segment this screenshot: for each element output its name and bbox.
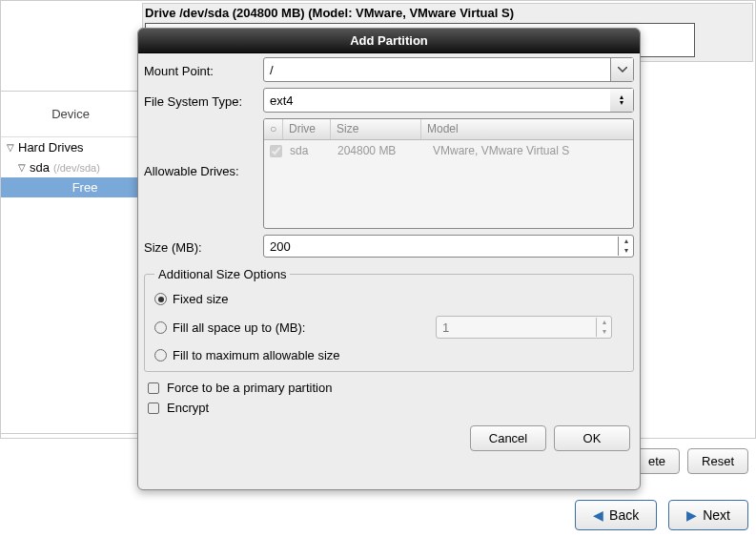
tree-row-sda[interactable]: ▽sda (/dev/sda) bbox=[1, 157, 140, 177]
radio-fillmax[interactable]: Fill to maximum allowable size bbox=[154, 343, 623, 367]
updown-icon: ▴▾ bbox=[610, 89, 633, 112]
dialog-title: Add Partition bbox=[138, 29, 640, 53]
size-value: 200 bbox=[270, 239, 291, 254]
row-fstype: File System Type: ext4 ▴▾ bbox=[144, 88, 634, 113]
expand-icon: ▽ bbox=[7, 142, 14, 153]
chevron-down-icon bbox=[610, 58, 633, 81]
check-label: Force to be a primary partition bbox=[167, 381, 332, 395]
tree-row-free[interactable]: Free bbox=[1, 177, 140, 197]
col-check[interactable]: ○ bbox=[264, 119, 283, 139]
col-model[interactable]: Model bbox=[421, 119, 633, 139]
tree-label: sda bbox=[30, 160, 50, 175]
tree-row-hard-drives[interactable]: ▽Hard Drives bbox=[1, 137, 140, 157]
drives-head: ○ Drive Size Model bbox=[264, 119, 633, 140]
cell-size: 204800 MB bbox=[337, 144, 433, 157]
row-drives: Allowable Drives: ○ Drive Size Model sda… bbox=[144, 118, 634, 229]
label-size: Size (MB): bbox=[144, 238, 263, 255]
checkbox-icon bbox=[148, 403, 159, 414]
dialog-buttons: Cancel OK bbox=[138, 418, 640, 459]
spinner-icon: ▴▾ bbox=[596, 318, 611, 337]
col-drive[interactable]: Drive bbox=[283, 119, 331, 139]
mount-value: / bbox=[270, 63, 274, 77]
radio-label: Fill all space up to (MB): bbox=[173, 320, 430, 335]
radio-icon bbox=[154, 321, 167, 334]
col-size[interactable]: Size bbox=[331, 119, 421, 139]
size-input[interactable]: 200 ▴▾ bbox=[263, 235, 634, 258]
cell-model: VMware, VMware Virtual S bbox=[433, 144, 569, 157]
radio-icon bbox=[154, 349, 167, 361]
legend-additional: Additional Size Options bbox=[154, 267, 290, 281]
device-tree: Device ▽Hard Drives ▽sda (/dev/sda) Free bbox=[0, 91, 141, 434]
drive-title: Drive /dev/sda (204800 MB) (Model: VMwar… bbox=[145, 6, 514, 20]
fillup-input: 1 ▴▾ bbox=[436, 316, 612, 339]
check-primary[interactable]: Force to be a primary partition bbox=[138, 378, 640, 398]
radio-icon bbox=[154, 293, 167, 305]
tree-path: (/dev/sda) bbox=[53, 162, 100, 174]
fstype-value: ext4 bbox=[270, 93, 294, 108]
nav-buttons: ◀Back ▶Next bbox=[575, 500, 748, 530]
tree-label: Free bbox=[72, 180, 98, 195]
radio-label: Fixed size bbox=[173, 292, 229, 306]
cell-drive: sda bbox=[290, 144, 337, 157]
table-row[interactable]: sda 204800 MB VMware, VMware Virtual S bbox=[264, 140, 633, 161]
drive-checkbox[interactable] bbox=[270, 145, 282, 157]
drives-table[interactable]: ○ Drive Size Model sda 204800 MB VMware,… bbox=[263, 118, 634, 229]
tree-header-device[interactable]: Device bbox=[1, 92, 140, 137]
next-button[interactable]: ▶Next bbox=[668, 500, 748, 530]
mount-point-combo[interactable]: / bbox=[263, 57, 634, 82]
label-drives: Allowable Drives: bbox=[144, 118, 263, 178]
ok-button[interactable]: OK bbox=[554, 425, 630, 451]
spinner-icon[interactable]: ▴▾ bbox=[618, 237, 633, 256]
fillup-value: 1 bbox=[442, 320, 449, 335]
row-size: Size (MB): 200 ▴▾ bbox=[144, 235, 634, 258]
label-mount: Mount Point: bbox=[144, 61, 263, 78]
label-fstype: File System Type: bbox=[144, 92, 263, 109]
check-encrypt[interactable]: Encrypt bbox=[138, 398, 640, 418]
reset-button[interactable]: Reset bbox=[687, 448, 748, 474]
checkbox-icon bbox=[148, 382, 159, 394]
expand-icon: ▽ bbox=[18, 162, 26, 173]
radio-fixed[interactable]: Fixed size bbox=[154, 287, 623, 311]
check-label: Encrypt bbox=[167, 401, 209, 415]
table-buttons: ete Reset bbox=[634, 448, 748, 474]
radio-label: Fill to maximum allowable size bbox=[173, 348, 340, 362]
add-partition-dialog: Add Partition Mount Point: / File System… bbox=[137, 28, 641, 490]
additional-size-options: Additional Size Options Fixed size Fill … bbox=[144, 267, 634, 372]
arrow-left-icon: ◀ bbox=[593, 507, 603, 523]
radio-fillup[interactable]: Fill all space up to (MB): 1 ▴▾ bbox=[154, 311, 623, 343]
delete-button[interactable]: ete bbox=[634, 448, 680, 474]
tree-label: Hard Drives bbox=[18, 140, 84, 155]
row-mount-point: Mount Point: / bbox=[144, 57, 634, 82]
fstype-combo[interactable]: ext4 ▴▾ bbox=[263, 88, 634, 113]
cancel-button[interactable]: Cancel bbox=[470, 425, 546, 451]
back-button[interactable]: ◀Back bbox=[575, 500, 657, 530]
arrow-right-icon: ▶ bbox=[686, 507, 697, 523]
